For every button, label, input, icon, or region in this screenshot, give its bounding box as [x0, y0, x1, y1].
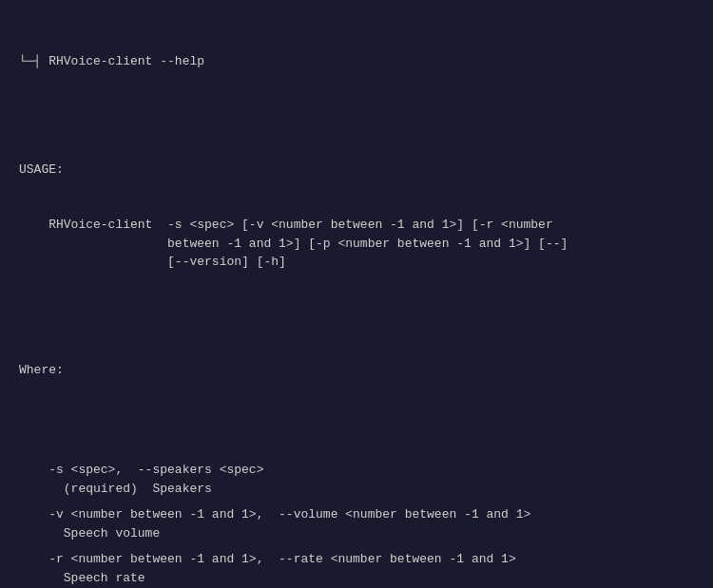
where-label: Where:: [19, 361, 694, 380]
options-list: -s <spec>, --speakers <spec> (required) …: [19, 424, 694, 588]
option-flag-0: -s <spec>, --speakers <spec>: [19, 461, 694, 480]
usage-label: USAGE:: [19, 161, 694, 180]
option-flag-1: -v <number between -1 and 1>, --volume <…: [19, 505, 694, 524]
option-item-2: -r <number between -1 and 1>, --rate <nu…: [19, 550, 694, 587]
option-detail-2: Speech rate: [19, 569, 694, 588]
option-detail-1: Speech volume: [19, 524, 694, 543]
terminal-window: └─┤ RHVoice-client --help USAGE: RHVoice…: [19, 15, 694, 588]
usage-section: USAGE: RHVoice-client -s <spec> [-v <num…: [19, 123, 694, 324]
option-flag-2: -r <number between -1 and 1>, --rate <nu…: [19, 550, 694, 569]
terminal-header: └─┤ RHVoice-client --help: [19, 52, 694, 71]
option-item-1: -v <number between -1 and 1>, --volume <…: [19, 505, 694, 542]
option-detail-0: (required) Speakers: [19, 480, 694, 499]
option-item-0: -s <spec>, --speakers <spec> (required) …: [19, 461, 694, 498]
usage-command: RHVoice-client -s <spec> [-v <number bet…: [19, 216, 694, 272]
